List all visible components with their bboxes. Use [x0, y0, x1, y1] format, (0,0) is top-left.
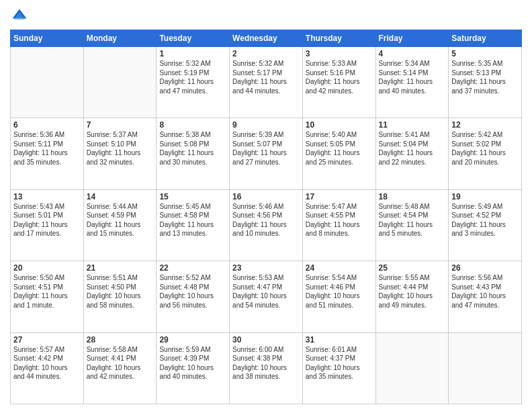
calendar-cell: 26Sunrise: 5:56 AMSunset: 4:43 PMDayligh… [449, 261, 522, 332]
day-info: Sunrise: 5:36 AMSunset: 5:11 PMDaylight:… [13, 130, 81, 167]
weekday-header-row: SundayMondayTuesdayWednesdayThursdayFrid… [11, 30, 522, 47]
weekday-header-friday: Friday [375, 30, 449, 47]
day-number: 14 [87, 192, 154, 201]
day-number: 13 [13, 192, 81, 201]
day-info: Sunrise: 6:00 AMSunset: 4:38 PMDaylight:… [232, 345, 300, 381]
calendar-cell: 21Sunrise: 5:51 AMSunset: 4:50 PMDayligh… [83, 261, 157, 332]
day-info: Sunrise: 5:33 AMSunset: 5:16 PMDaylight:… [306, 59, 373, 95]
day-number: 12 [451, 120, 519, 130]
day-number: 1 [159, 49, 226, 58]
week-row-1: 1Sunrise: 5:32 AMSunset: 5:19 PMDaylight… [11, 47, 522, 118]
day-number: 2 [232, 49, 300, 58]
day-number: 22 [159, 263, 226, 273]
day-number: 7 [87, 120, 154, 130]
day-info: Sunrise: 5:55 AMSunset: 4:44 PMDaylight:… [379, 273, 446, 310]
day-number: 18 [379, 192, 446, 201]
day-info: Sunrise: 5:40 AMSunset: 5:05 PMDaylight:… [306, 130, 373, 167]
weekday-header-saturday: Saturday [449, 30, 522, 47]
day-number: 15 [159, 192, 226, 201]
calendar-cell: 3Sunrise: 5:33 AMSunset: 5:16 PMDaylight… [302, 47, 375, 118]
day-info: Sunrise: 5:45 AMSunset: 4:58 PMDaylight:… [159, 202, 226, 238]
weekday-header-tuesday: Tuesday [157, 30, 230, 47]
weekday-header-thursday: Thursday [302, 30, 375, 47]
day-info: Sunrise: 5:35 AMSunset: 5:13 PMDaylight:… [451, 59, 519, 95]
day-number: 3 [306, 49, 373, 58]
calendar-cell: 16Sunrise: 5:46 AMSunset: 4:56 PMDayligh… [230, 189, 303, 261]
calendar-cell: 5Sunrise: 5:35 AMSunset: 5:13 PMDaylight… [449, 47, 522, 118]
calendar-cell: 7Sunrise: 5:37 AMSunset: 5:10 PMDaylight… [83, 118, 157, 189]
calendar-cell: 9Sunrise: 5:39 AMSunset: 5:07 PMDaylight… [230, 118, 303, 189]
weekday-header-wednesday: Wednesday [230, 30, 303, 47]
day-info: Sunrise: 5:58 AMSunset: 4:41 PMDaylight:… [87, 345, 154, 381]
day-info: Sunrise: 5:59 AMSunset: 4:39 PMDaylight:… [159, 345, 226, 381]
day-number: 6 [13, 120, 81, 130]
day-info: Sunrise: 5:47 AMSunset: 4:55 PMDaylight:… [306, 202, 373, 238]
day-number: 24 [306, 263, 373, 273]
calendar-cell: 10Sunrise: 5:40 AMSunset: 5:05 PMDayligh… [302, 118, 375, 189]
day-number: 28 [87, 335, 154, 345]
day-info: Sunrise: 5:46 AMSunset: 4:56 PMDaylight:… [232, 202, 300, 238]
calendar-cell: 13Sunrise: 5:43 AMSunset: 5:01 PMDayligh… [11, 189, 84, 261]
day-number: 17 [306, 192, 373, 201]
day-info: Sunrise: 5:50 AMSunset: 4:51 PMDaylight:… [13, 273, 81, 310]
day-info: Sunrise: 5:57 AMSunset: 4:42 PMDaylight:… [13, 345, 81, 381]
day-info: Sunrise: 5:48 AMSunset: 4:54 PMDaylight:… [379, 202, 446, 238]
calendar-cell: 2Sunrise: 5:32 AMSunset: 5:17 PMDaylight… [230, 47, 303, 118]
day-number: 20 [13, 263, 81, 273]
day-number: 26 [451, 263, 519, 273]
day-info: Sunrise: 5:49 AMSunset: 4:52 PMDaylight:… [451, 202, 519, 238]
calendar-cell: 18Sunrise: 5:48 AMSunset: 4:54 PMDayligh… [375, 189, 449, 261]
day-number: 29 [159, 335, 226, 345]
calendar-cell: 19Sunrise: 5:49 AMSunset: 4:52 PMDayligh… [449, 189, 522, 261]
calendar-cell: 15Sunrise: 5:45 AMSunset: 4:58 PMDayligh… [157, 189, 230, 261]
week-row-4: 20Sunrise: 5:50 AMSunset: 4:51 PMDayligh… [11, 261, 522, 332]
day-info: Sunrise: 5:51 AMSunset: 4:50 PMDaylight:… [87, 273, 154, 310]
calendar-cell: 22Sunrise: 5:52 AMSunset: 4:48 PMDayligh… [157, 261, 230, 332]
day-number: 8 [159, 120, 226, 130]
day-info: Sunrise: 5:32 AMSunset: 5:19 PMDaylight:… [159, 59, 226, 95]
day-info: Sunrise: 5:41 AMSunset: 5:04 PMDaylight:… [379, 130, 446, 167]
day-info: Sunrise: 5:34 AMSunset: 5:14 PMDaylight:… [379, 59, 446, 95]
day-info: Sunrise: 5:32 AMSunset: 5:17 PMDaylight:… [232, 59, 300, 95]
day-info: Sunrise: 5:39 AMSunset: 5:07 PMDaylight:… [232, 130, 300, 167]
calendar-cell: 28Sunrise: 5:58 AMSunset: 4:41 PMDayligh… [83, 332, 157, 404]
logo-icon [10, 7, 29, 26]
day-info: Sunrise: 5:56 AMSunset: 4:43 PMDaylight:… [451, 273, 519, 310]
day-number: 10 [306, 120, 373, 130]
calendar-cell: 4Sunrise: 5:34 AMSunset: 5:14 PMDaylight… [375, 47, 449, 118]
day-info: Sunrise: 5:44 AMSunset: 4:59 PMDaylight:… [87, 202, 154, 238]
day-info: Sunrise: 5:37 AMSunset: 5:10 PMDaylight:… [87, 130, 154, 167]
calendar-cell: 30Sunrise: 6:00 AMSunset: 4:38 PMDayligh… [230, 332, 303, 404]
day-info: Sunrise: 5:38 AMSunset: 5:08 PMDaylight:… [159, 130, 226, 167]
day-number: 25 [379, 263, 446, 273]
calendar-cell: 20Sunrise: 5:50 AMSunset: 4:51 PMDayligh… [11, 261, 84, 332]
week-row-5: 27Sunrise: 5:57 AMSunset: 4:42 PMDayligh… [11, 332, 522, 404]
day-number: 9 [232, 120, 300, 130]
day-number: 16 [232, 192, 300, 201]
day-number: 27 [13, 335, 81, 345]
calendar-cell: 8Sunrise: 5:38 AMSunset: 5:08 PMDaylight… [157, 118, 230, 189]
week-row-2: 6Sunrise: 5:36 AMSunset: 5:11 PMDaylight… [11, 118, 522, 189]
day-number: 19 [451, 192, 519, 201]
calendar-cell: 27Sunrise: 5:57 AMSunset: 4:42 PMDayligh… [11, 332, 84, 404]
day-info: Sunrise: 5:52 AMSunset: 4:48 PMDaylight:… [159, 273, 226, 310]
calendar-cell: 14Sunrise: 5:44 AMSunset: 4:59 PMDayligh… [83, 189, 157, 261]
calendar-cell: 31Sunrise: 6:01 AMSunset: 4:37 PMDayligh… [302, 332, 375, 404]
day-info: Sunrise: 5:54 AMSunset: 4:46 PMDaylight:… [306, 273, 373, 310]
calendar-cell: 1Sunrise: 5:32 AMSunset: 5:19 PMDaylight… [157, 47, 230, 118]
calendar-cell [11, 47, 84, 118]
calendar-cell [375, 332, 449, 404]
day-info: Sunrise: 5:43 AMSunset: 5:01 PMDaylight:… [13, 202, 81, 238]
weekday-header-monday: Monday [83, 30, 157, 47]
calendar: SundayMondayTuesdayWednesdayThursdayFrid… [10, 30, 522, 404]
calendar-cell [449, 332, 522, 404]
day-number: 30 [232, 335, 300, 345]
calendar-cell: 11Sunrise: 5:41 AMSunset: 5:04 PMDayligh… [375, 118, 449, 189]
day-info: Sunrise: 5:53 AMSunset: 4:47 PMDaylight:… [232, 273, 300, 310]
day-number: 4 [379, 49, 446, 58]
calendar-cell: 23Sunrise: 5:53 AMSunset: 4:47 PMDayligh… [230, 261, 303, 332]
calendar-cell: 24Sunrise: 5:54 AMSunset: 4:46 PMDayligh… [302, 261, 375, 332]
day-number: 21 [87, 263, 154, 273]
weekday-header-sunday: Sunday [11, 30, 84, 47]
calendar-cell: 12Sunrise: 5:42 AMSunset: 5:02 PMDayligh… [449, 118, 522, 189]
